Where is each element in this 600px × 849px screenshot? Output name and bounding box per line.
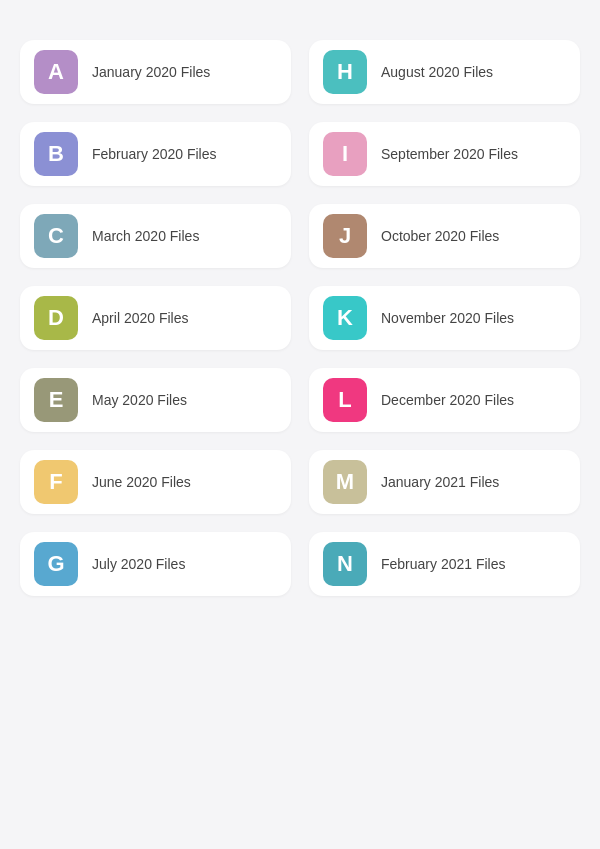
folder-label: July 2020 Files xyxy=(92,556,185,572)
folder-grid: AJanuary 2020 FilesHAugust 2020 FilesBFe… xyxy=(20,40,580,596)
folder-item[interactable]: NFebruary 2021 Files xyxy=(309,532,580,596)
folder-badge: M xyxy=(323,460,367,504)
folder-badge: L xyxy=(323,378,367,422)
folder-item[interactable]: FJune 2020 Files xyxy=(20,450,291,514)
folder-label: January 2021 Files xyxy=(381,474,499,490)
folder-item[interactable]: LDecember 2020 Files xyxy=(309,368,580,432)
folder-label: September 2020 Files xyxy=(381,146,518,162)
folder-label: August 2020 Files xyxy=(381,64,493,80)
folder-badge: N xyxy=(323,542,367,586)
folder-item[interactable]: ISeptember 2020 Files xyxy=(309,122,580,186)
folder-badge: G xyxy=(34,542,78,586)
folder-label: February 2021 Files xyxy=(381,556,506,572)
folder-label: April 2020 Files xyxy=(92,310,189,326)
folder-label: May 2020 Files xyxy=(92,392,187,408)
folder-badge: I xyxy=(323,132,367,176)
folder-badge: H xyxy=(323,50,367,94)
folder-item[interactable]: HAugust 2020 Files xyxy=(309,40,580,104)
folder-badge: J xyxy=(323,214,367,258)
folder-label: October 2020 Files xyxy=(381,228,499,244)
folder-item[interactable]: KNovember 2020 Files xyxy=(309,286,580,350)
folder-badge: K xyxy=(323,296,367,340)
folder-item[interactable]: BFebruary 2020 Files xyxy=(20,122,291,186)
folder-label: November 2020 Files xyxy=(381,310,514,326)
folder-label: June 2020 Files xyxy=(92,474,191,490)
folder-badge: D xyxy=(34,296,78,340)
folder-badge: C xyxy=(34,214,78,258)
folder-label: January 2020 Files xyxy=(92,64,210,80)
folder-badge: B xyxy=(34,132,78,176)
folder-item[interactable]: GJuly 2020 Files xyxy=(20,532,291,596)
folder-item[interactable]: AJanuary 2020 Files xyxy=(20,40,291,104)
folder-item[interactable]: CMarch 2020 Files xyxy=(20,204,291,268)
folder-label: December 2020 Files xyxy=(381,392,514,408)
folder-badge: E xyxy=(34,378,78,422)
folder-badge: F xyxy=(34,460,78,504)
folder-item[interactable]: JOctober 2020 Files xyxy=(309,204,580,268)
folder-item[interactable]: MJanuary 2021 Files xyxy=(309,450,580,514)
folder-item[interactable]: EMay 2020 Files xyxy=(20,368,291,432)
folder-label: March 2020 Files xyxy=(92,228,199,244)
folder-badge: A xyxy=(34,50,78,94)
folder-item[interactable]: DApril 2020 Files xyxy=(20,286,291,350)
folder-label: February 2020 Files xyxy=(92,146,217,162)
